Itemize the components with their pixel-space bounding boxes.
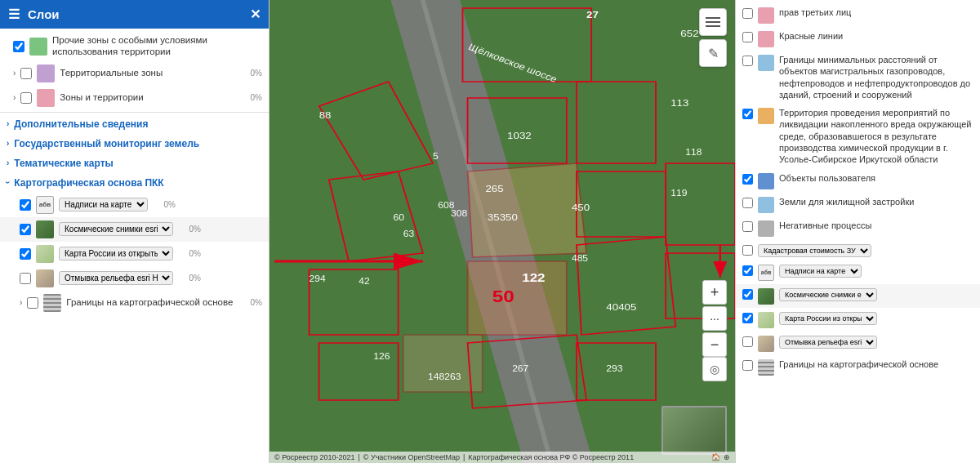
right-checkbox-map-labels[interactable] — [742, 265, 753, 276]
section-label-thematic: Тематические карты — [14, 158, 113, 169]
right-icon-user-objects — [758, 173, 774, 189]
right-checkbox-negative[interactable] — [742, 221, 753, 232]
map-controls: ✎ — [699, 8, 727, 67]
layer-checkbox-territorial[interactable] — [20, 68, 32, 79]
more-button[interactable]: ··· — [702, 306, 727, 331]
layer-select-map-labels[interactable]: Надписи на карте — [59, 198, 148, 211]
right-checkbox-third-party[interactable] — [742, 8, 753, 19]
right-checkbox-russia[interactable] — [742, 313, 753, 323]
layer-label-territorial: Территориальные зоны — [60, 68, 234, 79]
layer-checkbox-borders[interactable] — [27, 297, 38, 309]
svg-text:308: 308 — [451, 209, 467, 218]
layer-icon-borders — [43, 294, 61, 312]
svg-rect-51 — [706, 25, 720, 27]
right-label-gas: Границы минимальных расстояний от объект… — [779, 54, 973, 100]
layer-select-cosmic[interactable]: Космические снимки esri — [59, 222, 173, 236]
section-label-cartographic: Картографическая основа ПКК — [14, 177, 163, 189]
right-checkbox-housing[interactable] — [742, 198, 753, 208]
right-layer-gas: Границы минимальных расстояний от объект… — [736, 51, 980, 104]
layer-checkbox-russia-map[interactable] — [20, 248, 31, 260]
right-checkbox-cosmic[interactable] — [742, 289, 753, 300]
section-arrow-monitoring: › — [7, 139, 9, 148]
expand-arrow-borders[interactable]: › — [20, 298, 22, 307]
svg-text:265: 265 — [485, 184, 503, 194]
svg-text:119: 119 — [670, 189, 687, 198]
right-checkbox-borders[interactable] — [742, 360, 753, 371]
svg-text:450: 450 — [572, 203, 590, 213]
section-cartographic[interactable]: › Картографическая основа ПКК — [0, 173, 269, 193]
layer-item-relief: Отмывка рельефа esri Hillshade 0% — [0, 266, 269, 291]
layer-icon-relief — [36, 269, 54, 287]
layer-pct-territorial: 0% — [239, 69, 262, 78]
right-label-user-objects: Объекты пользователя — [779, 172, 973, 184]
map-background: 27 652 113 88 1032 5 265 35350 450 122 5… — [270, 0, 735, 463]
expand-arrow-zones[interactable]: › — [13, 93, 16, 102]
close-button[interactable]: ✕ — [250, 7, 261, 22]
panel-body: Прочие зоны с особыми условиями использо… — [0, 29, 269, 463]
layer-checkbox-zones[interactable] — [20, 92, 32, 104]
right-select-russia[interactable]: Карта России из открытых дан... — [779, 312, 877, 325]
right-layer-cosmic: Космические снимки esri — [736, 284, 980, 308]
right-label-red-lines: Красные линии — [779, 30, 973, 42]
svg-text:294: 294 — [310, 274, 326, 283]
right-checkbox-gas[interactable] — [742, 56, 753, 66]
section-arrow-additional: › — [7, 119, 9, 128]
right-icon-relief — [758, 336, 774, 352]
layer-icon-map-labels: абв — [36, 196, 54, 214]
layer-pct-russia-map: 0% — [178, 249, 201, 258]
right-checkbox-red-lines[interactable] — [742, 32, 753, 42]
locate-button[interactable]: ◎ — [702, 357, 727, 381]
layer-pct-cosmic: 0% — [178, 225, 201, 234]
right-layer-user-objects: Объекты пользователя — [736, 169, 980, 193]
right-label-housing: Земли для жилищной застройки — [779, 196, 973, 207]
layer-checkbox-map-labels[interactable] — [20, 199, 31, 211]
layer-checkbox-cosmic[interactable] — [20, 224, 31, 235]
right-icon-third-party — [758, 7, 774, 24]
layers-button[interactable] — [699, 8, 727, 36]
svg-text:60: 60 — [394, 213, 404, 222]
right-select-map-labels[interactable]: Надписи на карте — [779, 265, 862, 278]
right-select-cosmic[interactable]: Космические снимки esri — [779, 288, 877, 301]
svg-text:42: 42 — [359, 277, 369, 286]
section-additional[interactable]: › Дополнительные сведения — [0, 114, 269, 134]
right-checkbox-relief[interactable] — [742, 336, 753, 347]
layer-select-relief[interactable]: Отмывка рельефа esri Hillshade — [59, 271, 173, 285]
expand-arrow-territorial[interactable]: › — [13, 69, 16, 78]
svg-text:63: 63 — [403, 229, 414, 238]
right-label-borders: Границы на картографической основе — [779, 358, 973, 370]
right-layer-relief: Отмывка рельефа esri Hillshade — [736, 332, 980, 355]
panel-title: Слои — [28, 7, 242, 21]
svg-text:122: 122 — [522, 271, 546, 283]
section-thematic[interactable]: › Тематические карты — [0, 154, 269, 173]
layer-select-russia-map[interactable]: Карта России из открытых данн... — [59, 247, 173, 260]
zoom-controls: + ··· − — [702, 280, 727, 357]
layer-item-territorial: › Территориальные зоны 0% — [0, 61, 269, 86]
svg-rect-10 — [468, 261, 567, 335]
zoom-out-button[interactable]: − — [702, 332, 727, 357]
section-label-monitoring: Государственный мониторинг земель — [14, 138, 199, 149]
right-icon-negative — [758, 220, 774, 237]
footer-share-icon[interactable]: ⊕ — [724, 453, 730, 461]
layer-icon-territorial — [37, 65, 55, 82]
right-checkbox-user-objects[interactable] — [742, 174, 753, 185]
layer-checkbox-other-zones[interactable] — [13, 41, 24, 52]
map-area[interactable]: 27 652 113 88 1032 5 265 35350 450 122 5… — [270, 0, 735, 463]
right-checkbox-chemical[interactable] — [742, 109, 753, 119]
layer-icon-russia-map — [36, 245, 54, 263]
zoom-in-button[interactable]: + — [702, 280, 727, 305]
footer-home-icon[interactable]: 🏠 — [711, 453, 720, 461]
right-checkbox-cadastral[interactable] — [742, 245, 753, 256]
panel-header: ☰ Слои ✕ — [0, 0, 269, 29]
layer-label-borders: Границы на картографической основе — [66, 297, 234, 309]
layer-checkbox-relief[interactable] — [20, 273, 31, 284]
right-layer-third-party: прав третьих лиц — [736, 3, 980, 27]
footer-copyright3: Картографическая основа РФ © Росреестр 2… — [468, 453, 634, 461]
layer-pct-relief: 0% — [178, 274, 201, 283]
section-monitoring[interactable]: › Государственный мониторинг земель — [0, 134, 269, 154]
right-select-relief[interactable]: Отмывка рельефа esri Hillshade — [779, 336, 877, 349]
right-icon-map-labels: абв — [758, 265, 774, 281]
edit-button[interactable]: ✎ — [699, 39, 727, 67]
right-select-cadastral[interactable]: Кадастровая стоимость ЗУ — [758, 244, 871, 257]
layer-pct-zones: 0% — [239, 93, 262, 102]
svg-text:267: 267 — [512, 364, 528, 373]
